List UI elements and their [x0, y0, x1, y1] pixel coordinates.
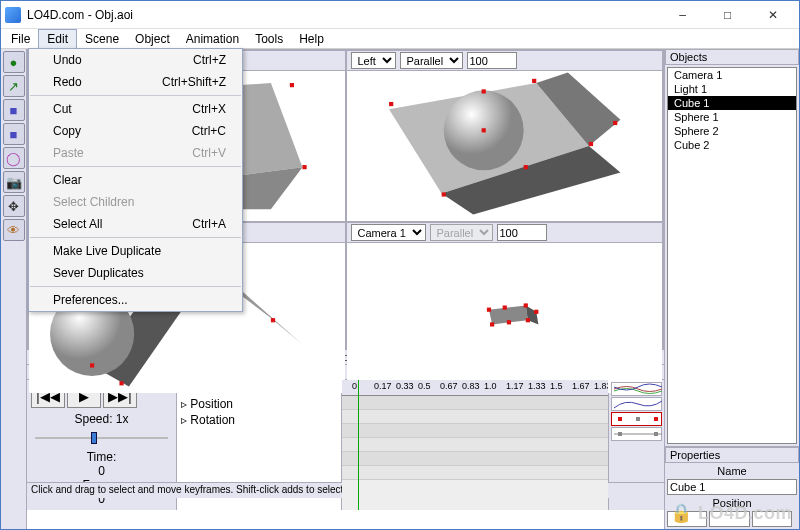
prop-position-label: Position — [667, 497, 797, 509]
menu-item-clear[interactable]: Clear — [29, 169, 242, 191]
ruler-tick: 0 — [352, 381, 357, 391]
speed-value: 1x — [116, 412, 129, 426]
svg-rect-38 — [525, 318, 529, 322]
ruler-tick: 0.17 — [374, 381, 392, 391]
svg-rect-19 — [441, 192, 445, 196]
tool-button-7[interactable]: 👁 — [3, 219, 25, 241]
objects-list[interactable]: Camera 1Light 1Cube 1Sphere 1Sphere 2Cub… — [667, 67, 797, 444]
viewport-left: Left Parallel — [347, 51, 663, 221]
menu-tools[interactable]: Tools — [247, 30, 291, 48]
viewport-camera-1: Camera 1 Parallel — [347, 223, 663, 393]
ruler-tick: 0.83 — [462, 381, 480, 391]
timeline-ruler[interactable]: 00.170.330.50.670.831.01.171.331.51.671.… — [342, 380, 608, 396]
viewport-canvas[interactable] — [347, 71, 663, 221]
svg-rect-40 — [618, 417, 622, 421]
svg-rect-28 — [271, 318, 275, 322]
object-item[interactable]: Camera 1 — [668, 68, 796, 82]
zoom-input[interactable] — [467, 52, 517, 69]
svg-rect-7 — [302, 165, 306, 169]
time-value: 0 — [98, 464, 105, 478]
tool-button-2[interactable]: ■ — [3, 99, 25, 121]
svg-rect-18 — [588, 142, 592, 146]
svg-rect-33 — [486, 308, 490, 312]
view-select[interactable]: Camera 1 — [351, 224, 426, 241]
menu-scene[interactable]: Scene — [77, 30, 127, 48]
curve-mode-2[interactable] — [611, 397, 662, 411]
track-name[interactable]: ▹ Rotation — [177, 412, 341, 428]
menu-item-select-all[interactable]: Select AllCtrl+A — [29, 213, 242, 235]
menu-item-cut[interactable]: CutCtrl+X — [29, 98, 242, 120]
menu-edit[interactable]: Edit — [38, 29, 77, 49]
svg-rect-35 — [523, 304, 527, 308]
menu-item-select-children: Select Children — [29, 191, 242, 213]
menu-item-undo[interactable]: UndoCtrl+Z — [29, 49, 242, 71]
tool-button-0[interactable]: ● — [3, 51, 25, 73]
prop-name-input[interactable] — [667, 479, 797, 495]
ruler-tick: 0.33 — [396, 381, 414, 391]
menu-item-preferences-[interactable]: Preferences... — [29, 289, 242, 311]
tool-button-5[interactable]: 📷 — [3, 171, 25, 193]
svg-rect-43 — [618, 432, 622, 436]
app-icon — [5, 7, 21, 23]
properties-panel: Properties Name Position — [665, 446, 799, 529]
curve-mode-1[interactable] — [611, 382, 662, 396]
ruler-tick: 0.67 — [440, 381, 458, 391]
svg-rect-17 — [532, 79, 536, 83]
svg-rect-39 — [534, 310, 538, 314]
playhead[interactable] — [358, 380, 359, 510]
menu-item-sever-duplicates[interactable]: Sever Duplicates — [29, 262, 242, 284]
track-name[interactable]: ▹ Position — [177, 396, 341, 412]
ruler-tick: 1.67 — [572, 381, 590, 391]
titlebar: LO4D.com - Obj.aoi – □ ✕ — [1, 1, 799, 29]
time-label: Time: — [87, 450, 117, 464]
menu-animation[interactable]: Animation — [178, 30, 247, 48]
ruler-tick: 1.5 — [550, 381, 563, 391]
svg-rect-20 — [613, 121, 617, 125]
timeline[interactable]: 00.170.330.50.670.831.01.171.331.51.671.… — [342, 380, 608, 510]
ruler-tick: 1.17 — [506, 381, 524, 391]
objects-panel-header: Objects — [665, 49, 799, 65]
tool-button-3[interactable]: ■ — [3, 123, 25, 145]
viewport-canvas[interactable] — [347, 243, 663, 393]
projection-select[interactable]: Parallel — [430, 224, 493, 241]
tool-button-4[interactable]: ◯ — [3, 147, 25, 169]
curve-mode-4[interactable] — [611, 427, 662, 441]
tool-button-1[interactable]: ↗ — [3, 75, 25, 97]
maximize-button[interactable]: □ — [705, 2, 750, 28]
svg-rect-23 — [523, 165, 527, 169]
svg-rect-37 — [506, 320, 510, 324]
properties-panel-header: Properties — [665, 447, 799, 463]
prop-pos-z[interactable] — [752, 511, 792, 527]
window-title: LO4D.com - Obj.aoi — [27, 8, 660, 22]
object-item[interactable]: Sphere 1 — [668, 110, 796, 124]
menu-item-copy[interactable]: CopyCtrl+C — [29, 120, 242, 142]
object-item[interactable]: Sphere 2 — [668, 124, 796, 138]
menu-item-redo[interactable]: RedoCtrl+Shift+Z — [29, 71, 242, 93]
projection-select[interactable]: Parallel — [400, 52, 463, 69]
object-item[interactable]: Light 1 — [668, 82, 796, 96]
close-button[interactable]: ✕ — [750, 2, 795, 28]
prop-name-label: Name — [667, 465, 797, 477]
zoom-input[interactable] — [497, 224, 547, 241]
menu-object[interactable]: Object — [127, 30, 178, 48]
ruler-tick: 1.33 — [528, 381, 546, 391]
curve-mode-3[interactable] — [611, 412, 662, 426]
menu-help[interactable]: Help — [291, 30, 332, 48]
object-item[interactable]: Cube 1 — [668, 96, 796, 110]
speed-slider-thumb[interactable] — [91, 432, 97, 444]
tool-button-6[interactable]: ✥ — [3, 195, 25, 217]
svg-rect-44 — [654, 432, 658, 436]
prop-pos-y[interactable] — [709, 511, 749, 527]
prop-pos-x[interactable] — [667, 511, 707, 527]
menu-file[interactable]: File — [3, 30, 38, 48]
svg-rect-22 — [481, 128, 485, 132]
minimize-button[interactable]: – — [660, 2, 705, 28]
svg-rect-41 — [636, 417, 640, 421]
svg-rect-16 — [389, 102, 393, 106]
ruler-tick: 1.0 — [484, 381, 497, 391]
svg-rect-6 — [290, 83, 294, 87]
menu-item-make-live-duplicate[interactable]: Make Live Duplicate — [29, 240, 242, 262]
object-item[interactable]: Cube 2 — [668, 138, 796, 152]
view-select[interactable]: Left — [351, 52, 396, 69]
svg-rect-36 — [490, 323, 494, 327]
